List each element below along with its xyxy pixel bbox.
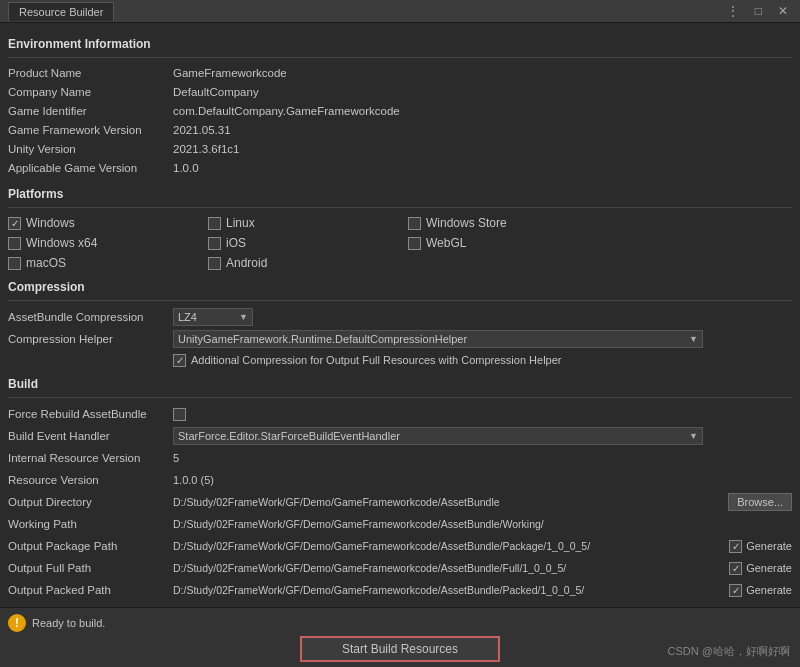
additional-compression-row: Additional Compression for Output Full R… xyxy=(8,351,792,369)
product-name-label: Product Name xyxy=(8,67,173,79)
browse-button[interactable]: Browse... xyxy=(728,493,792,511)
compression-helper-label: Compression Helper xyxy=(8,333,173,345)
windows-store-checkbox[interactable] xyxy=(408,217,421,230)
game-id-label: Game Identifier xyxy=(8,105,173,117)
windows-x64-checkbox[interactable] xyxy=(8,237,21,250)
platform-linux[interactable]: Linux xyxy=(208,214,408,232)
android-label: Android xyxy=(226,256,267,270)
packed-generate-checkbox[interactable] xyxy=(729,584,742,597)
windows-checkbox[interactable] xyxy=(8,217,21,230)
event-handler-value: StarForce.Editor.StarForceBuildEventHand… xyxy=(178,430,400,442)
webgl-checkbox[interactable] xyxy=(408,237,421,250)
webgl-label: WebGL xyxy=(426,236,466,250)
product-name-row: Product Name GameFrameworkcode xyxy=(8,64,792,82)
resource-version-label: Resource Version xyxy=(8,474,173,486)
company-name-label: Company Name xyxy=(8,86,173,98)
footer: ! Ready to build. Start Build Resources xyxy=(0,607,800,667)
game-id-value: com.DefaultCompany.GameFrameworkcode xyxy=(173,105,400,117)
env-divider xyxy=(8,57,792,58)
build-header: Build xyxy=(8,377,792,391)
packed-generate-label: Generate xyxy=(746,584,792,596)
maximize-icon[interactable]: □ xyxy=(751,2,766,20)
content-area: Environment Information Product Name Gam… xyxy=(0,23,800,607)
platform-windows-store[interactable]: Windows Store xyxy=(408,214,608,232)
unity-version-label: Unity Version xyxy=(8,143,173,155)
ios-checkbox[interactable] xyxy=(208,237,221,250)
macos-checkbox[interactable] xyxy=(8,257,21,270)
output-pkg-label: Output Package Path xyxy=(8,540,173,552)
event-handler-select[interactable]: StarForce.Editor.StarForceBuildEventHand… xyxy=(173,427,703,445)
close-icon[interactable]: ✕ xyxy=(774,2,792,20)
output-dir-label: Output Directory xyxy=(8,496,173,508)
gfw-version-value: 2021.05.31 xyxy=(173,124,231,136)
platforms-divider xyxy=(8,207,792,208)
additional-compression-text: Additional Compression for Output Full R… xyxy=(191,354,562,366)
compression-divider xyxy=(8,300,792,301)
additional-compression-checkbox[interactable] xyxy=(173,354,186,367)
company-name-value: DefaultCompany xyxy=(173,86,259,98)
full-generate-checkbox[interactable] xyxy=(729,562,742,575)
compression-helper-value: UnityGameFramework.Runtime.DefaultCompre… xyxy=(178,333,467,345)
platform-windows[interactable]: Windows xyxy=(8,214,208,232)
title-bar: Resource Builder ⋮ □ ✕ xyxy=(0,0,800,23)
game-id-row: Game Identifier com.DefaultCompany.GameF… xyxy=(8,102,792,120)
force-rebuild-label: Force Rebuild AssetBundle xyxy=(8,408,173,420)
force-rebuild-checkbox[interactable] xyxy=(173,408,186,421)
linux-checkbox[interactable] xyxy=(208,217,221,230)
working-path-value: D:/Study/02FrameWork/GF/Demo/GameFramewo… xyxy=(173,518,792,530)
assetbundle-compression-value: LZ4 xyxy=(178,311,197,323)
output-full-row: Output Full Path D:/Study/02FrameWork/GF… xyxy=(8,558,792,578)
full-generate-label: Generate xyxy=(746,562,792,574)
output-full-value: D:/Study/02FrameWork/GF/Demo/GameFramewo… xyxy=(173,562,725,574)
working-path-label: Working Path xyxy=(8,518,173,530)
status-icon: ! xyxy=(8,614,26,632)
output-packed-value: D:/Study/02FrameWork/GF/Demo/GameFramewo… xyxy=(173,584,725,596)
working-path-row: Working Path D:/Study/02FrameWork/GF/Dem… xyxy=(8,514,792,534)
product-name-value: GameFrameworkcode xyxy=(173,67,287,79)
compression-helper-row: Compression Helper UnityGameFramework.Ru… xyxy=(8,329,792,349)
unity-version-value: 2021.3.6f1c1 xyxy=(173,143,240,155)
compression-select-arrow: ▼ xyxy=(239,312,248,322)
full-generate-check: Generate xyxy=(729,562,792,575)
company-name-row: Company Name DefaultCompany xyxy=(8,83,792,101)
app-version-label: Applicable Game Version xyxy=(8,162,173,174)
assetbundle-compression-label: AssetBundle Compression xyxy=(8,311,173,323)
force-rebuild-row: Force Rebuild AssetBundle xyxy=(8,404,792,424)
windows-store-label: Windows Store xyxy=(426,216,507,230)
compression-helper-select[interactable]: UnityGameFramework.Runtime.DefaultCompre… xyxy=(173,330,703,348)
platform-ios[interactable]: iOS xyxy=(208,234,408,252)
window-title: Resource Builder xyxy=(19,6,103,18)
windows-label: Windows xyxy=(26,216,75,230)
output-pkg-value: D:/Study/02FrameWork/GF/Demo/GameFramewo… xyxy=(173,540,725,552)
event-handler-row: Build Event Handler StarForce.Editor.Sta… xyxy=(8,426,792,446)
build-divider xyxy=(8,397,792,398)
android-checkbox[interactable] xyxy=(208,257,221,270)
windows-x64-label: Windows x64 xyxy=(26,236,97,250)
platform-windows-x64[interactable]: Windows x64 xyxy=(8,234,208,252)
platform-webgl[interactable]: WebGL xyxy=(408,234,608,252)
platform-android[interactable]: Android xyxy=(208,254,408,272)
resource-version-value: 1.0.0 (5) xyxy=(173,474,792,486)
start-build-button[interactable]: Start Build Resources xyxy=(301,637,499,661)
output-packed-row: Output Packed Path D:/Study/02FrameWork/… xyxy=(8,580,792,600)
platform-macos[interactable]: macOS xyxy=(8,254,208,272)
title-tab: Resource Builder xyxy=(8,2,114,21)
menu-icon[interactable]: ⋮ xyxy=(723,2,743,20)
resource-version-row: Resource Version 1.0.0 (5) xyxy=(8,470,792,490)
ios-label: iOS xyxy=(226,236,246,250)
status-bar: ! Ready to build. xyxy=(8,614,792,632)
main-window: Resource Builder ⋮ □ ✕ Environment Infor… xyxy=(0,0,800,667)
gfw-version-label: Game Framework Version xyxy=(8,124,173,136)
app-version-value: 1.0.0 xyxy=(173,162,199,174)
internal-version-value: 5 xyxy=(173,452,792,464)
pkg-generate-checkbox[interactable] xyxy=(729,540,742,553)
event-handler-arrow: ▼ xyxy=(689,431,698,441)
platforms-header: Platforms xyxy=(8,187,792,201)
output-dir-value: D:/Study/02FrameWork/GF/Demo/GameFramewo… xyxy=(173,496,724,508)
assetbundle-compression-select[interactable]: LZ4 ▼ xyxy=(173,308,253,326)
platforms-grid: Windows Linux Windows Store Windows x64 … xyxy=(8,214,792,272)
event-handler-label: Build Event Handler xyxy=(8,430,173,442)
packed-generate-check: Generate xyxy=(729,584,792,597)
title-bar-icons: ⋮ □ ✕ xyxy=(723,2,792,20)
output-pkg-row: Output Package Path D:/Study/02FrameWork… xyxy=(8,536,792,556)
